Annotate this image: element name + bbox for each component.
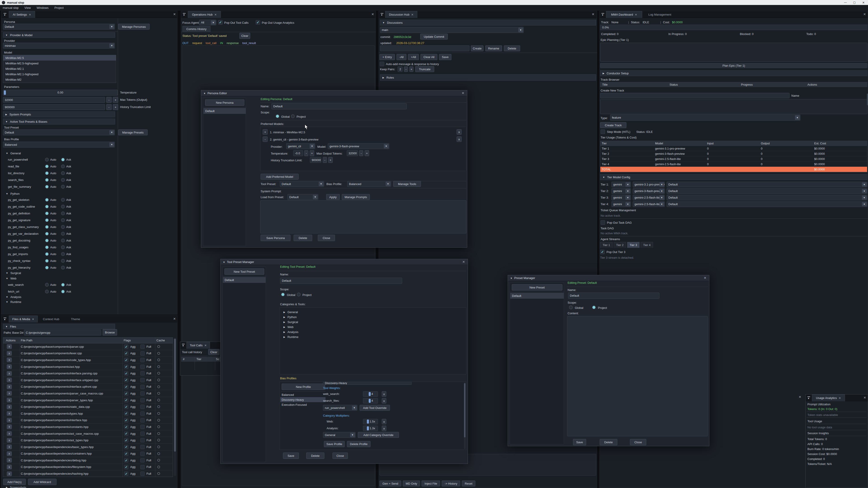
model-list-item[interactable]: MiniMax-M2.1 [3,66,116,71]
remove-file-button[interactable]: x [7,458,12,462]
save-profile-button[interactable]: Save Profile [324,441,345,447]
profile-list-item[interactable]: Execution-Focused [280,402,326,407]
create-track-button[interactable]: Create Track [600,122,626,128]
model-list-item[interactable]: MiniMax-M2 [3,77,116,82]
category-row[interactable]: Web [280,324,466,329]
panel-close-icon[interactable]: ✕ [173,317,176,321]
full-checkbox[interactable] [141,391,145,396]
ask-radio[interactable] [61,246,65,249]
stream-tier-tab[interactable]: Tier 4 [641,242,653,248]
pe-bias-profile-select[interactable]: Balanced [347,181,391,187]
persona-list-item[interactable]: Default [204,108,246,114]
remove-file-button[interactable]: x [7,471,12,476]
group-surgical-header[interactable]: Surgical [6,271,21,275]
panel-close-icon[interactable]: ✕ [371,12,374,16]
scope-global-radio[interactable] [281,293,285,296]
entry-action-button[interactable]: Save [439,54,452,60]
panel-menu-icon[interactable] [380,13,384,17]
tab-comms-history[interactable]: Comms History [182,26,211,32]
menu-app[interactable]: manual slop [3,6,19,9]
pm-delete-button[interactable]: Delete [600,439,617,445]
remove-file-button[interactable]: x [7,385,12,389]
tier-model-select[interactable]: gemini-3-flash-preview [633,188,665,194]
auto-radio[interactable] [45,218,49,222]
agg-checkbox[interactable]: ✓ [124,438,128,442]
auto-radio[interactable] [45,198,49,202]
category-row[interactable]: Surgical [280,320,466,324]
ask-radio[interactable] [61,164,65,168]
manage-presets-button[interactable]: Manage Presets [118,129,148,135]
remove-file-button[interactable]: x [7,445,12,449]
pe-temperature-input[interactable]: -0.0 [293,150,303,156]
truncate-button[interactable]: Truncate [415,66,434,72]
full-checkbox[interactable] [141,358,145,362]
maximize-icon[interactable]: ▢ [850,1,859,4]
autoadd-checkbox[interactable] [380,62,384,66]
remove-model-1-button[interactable]: x [457,129,462,135]
clear-tool-calls-button[interactable]: Clear [208,349,219,355]
auto-radio[interactable] [45,225,49,229]
tier-preset-select[interactable]: Default [666,188,867,194]
full-checkbox[interactable] [141,465,145,469]
popout-tier3-checkbox[interactable]: ✓ [600,250,604,254]
panel-menu-icon[interactable] [3,13,7,17]
remove-file-button[interactable]: x [7,351,12,356]
panel-close-icon[interactable]: ✕ [864,396,866,399]
weight-slider[interactable]: 4 [363,398,378,403]
file-table-scrollbar[interactable] [174,338,176,476]
discussion-bottom-button[interactable]: Inject File [422,481,440,486]
tab-context-hub[interactable]: Context Hub [40,316,62,322]
new-preset-button[interactable]: New Preset [512,284,562,291]
stream-tier-tab[interactable]: Tier 2 [614,242,626,248]
window-close-icon[interactable]: ✕ [462,91,464,95]
maxout-plus-button[interactable]: + [365,150,369,156]
collapse-icon[interactable] [510,276,513,280]
panel-menu-icon[interactable] [3,317,7,321]
remove-file-button[interactable]: x [7,438,12,443]
scope-project-radio[interactable] [291,114,295,118]
tool-preset-list-item[interactable]: Default [223,277,266,283]
add-files-button[interactable]: Add File(s) [3,479,26,485]
window-close-icon[interactable]: ✕ [462,260,465,264]
ask-radio[interactable] [61,205,65,208]
max-tokens-input[interactable]: 32000 [3,97,105,103]
temp-minus-button[interactable]: - [304,150,308,156]
tier-provider-select[interactable]: gemini [612,188,631,194]
tab-tool-calls[interactable]: Tool Calls✕ [186,342,210,349]
add-category-override-button[interactable]: Add Category Override [358,432,399,438]
tier-model-select[interactable]: gemini-2.5-flash-lite [633,195,665,200]
agg-checkbox[interactable]: ✓ [124,391,128,396]
pm-name-input[interactable]: Default [568,293,659,299]
track-description-textarea[interactable] [600,99,867,114]
ask-radio[interactable] [61,178,65,182]
model-list-item[interactable]: MiniMax-M2.1-highspeed [3,71,116,77]
stream-tier-tab[interactable]: Tier 1 [600,242,613,248]
add-wildcard-button[interactable]: Add Wildcard [28,479,57,485]
menu-project[interactable]: Project [55,6,64,9]
auto-radio[interactable] [45,171,49,175]
ask-radio[interactable] [61,238,65,242]
mult-slider[interactable]: 1.3x [363,426,378,431]
step-mode-checkbox[interactable] [600,129,605,134]
full-checkbox[interactable] [141,378,145,382]
full-checkbox[interactable] [141,452,145,456]
tool-preset-select[interactable]: Default [3,129,115,135]
agg-checkbox[interactable]: ✓ [124,412,128,416]
full-checkbox[interactable] [141,471,145,476]
plan-epic-button[interactable]: Plan Epic (Tier 1) [600,63,867,68]
provider-select[interactable]: minimax [3,43,115,48]
menu-view[interactable]: View [24,6,31,9]
ask-radio[interactable] [61,198,65,202]
auto-radio[interactable] [45,212,49,215]
agg-checkbox[interactable]: ✓ [124,471,128,476]
agg-checkbox[interactable]: ✓ [124,425,128,429]
panel-close-icon[interactable]: ✕ [863,12,866,16]
rename-discussion-button[interactable]: Rename [485,45,502,51]
apply-button[interactable]: Apply [326,194,340,200]
tab-close-icon[interactable]: ✕ [411,13,413,16]
agg-checkbox[interactable]: ✓ [124,404,128,409]
full-checkbox[interactable] [141,445,145,449]
tab-close-icon[interactable]: ✕ [839,396,841,400]
tier-preset-select[interactable]: Default [666,182,867,187]
remove-file-button[interactable]: x [7,424,12,429]
